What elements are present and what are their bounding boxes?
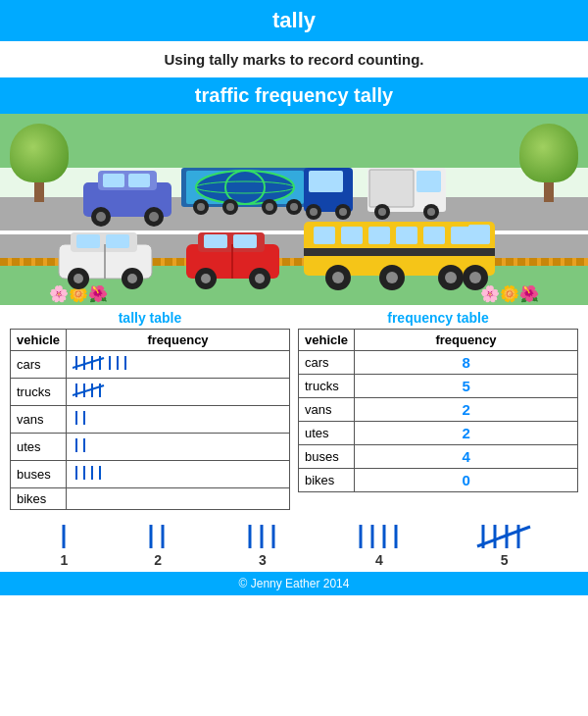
svg-point-65: [386, 272, 398, 283]
tally-mark-utes: [67, 434, 290, 461]
svg-point-5: [96, 212, 106, 222]
freq-vehicle-bikes: bikes: [299, 469, 355, 492]
svg-rect-60: [304, 248, 495, 256]
freq-vehicle-cars: cars: [299, 351, 355, 375]
table-row: vans 2: [299, 398, 578, 422]
svg-rect-3: [128, 174, 150, 187]
tally-vehicle-vans: vans: [11, 406, 67, 434]
tally-vehicle-trucks: trucks: [11, 379, 67, 406]
svg-rect-47: [233, 234, 257, 248]
svg-rect-61: [468, 225, 490, 244]
frequency-table-container: frequency table vehicle frequency cars 8…: [298, 310, 578, 510]
subtitle: Using tally marks to record counting.: [0, 41, 588, 77]
legend-item-4: 4: [353, 523, 406, 568]
svg-rect-37: [76, 234, 100, 248]
svg-rect-58: [423, 227, 445, 244]
table-row: bikes 0: [299, 469, 578, 492]
freq-vehicle-utes: utes: [299, 422, 355, 445]
table-row: trucks 5: [299, 375, 578, 398]
tally-vehicle-utes: utes: [11, 434, 67, 461]
legend-num-2: 2: [154, 552, 162, 568]
tally-mark-trucks: [67, 379, 290, 406]
table-row: cars: [11, 351, 290, 379]
svg-point-27: [339, 208, 347, 216]
tally-table-container: tally table vehicle frequency cars: [10, 310, 290, 510]
svg-point-41: [74, 274, 83, 283]
legend-num-5: 5: [501, 552, 509, 568]
svg-point-63: [332, 272, 344, 283]
legend-num-3: 3: [259, 552, 267, 568]
legend-num-4: 4: [375, 552, 383, 568]
tables-section: tally table vehicle frequency cars: [0, 305, 588, 515]
vehicles-illustration: [0, 158, 588, 295]
svg-point-17: [226, 203, 234, 211]
svg-point-52: [255, 274, 265, 283]
svg-rect-57: [396, 227, 417, 244]
freq-value-vans: 2: [355, 398, 578, 422]
svg-point-34: [427, 208, 435, 216]
table-row: vans: [11, 406, 290, 434]
table-row: utes: [11, 434, 290, 461]
svg-rect-46: [204, 234, 227, 248]
svg-line-105: [477, 527, 530, 546]
svg-rect-38: [106, 234, 129, 248]
svg-point-19: [266, 203, 273, 211]
tally-vehicle-buses: buses: [11, 461, 67, 488]
freq-col-frequency: frequency: [355, 330, 578, 351]
section-title: traffic frequency tally: [0, 77, 588, 114]
freq-value-cars: 8: [355, 351, 578, 375]
svg-point-21: [290, 203, 298, 211]
svg-rect-23: [309, 171, 343, 192]
tally-col-vehicle: vehicle: [11, 330, 67, 351]
tally-table: vehicle frequency cars: [10, 329, 290, 510]
tally-mark-cars: [67, 351, 290, 379]
svg-point-43: [127, 274, 137, 283]
table-row: trucks: [11, 379, 290, 406]
svg-point-32: [378, 208, 386, 216]
legend-num-1: 1: [60, 552, 68, 568]
svg-point-50: [201, 274, 211, 283]
main-title: tally: [0, 0, 588, 41]
svg-rect-29: [416, 171, 441, 192]
svg-rect-2: [103, 174, 124, 187]
legend-item-2: 2: [143, 523, 172, 568]
svg-point-15: [197, 203, 205, 211]
table-row: utes 2: [299, 422, 578, 445]
freq-value-bikes: 0: [355, 469, 578, 492]
tally-mark-buses: [67, 461, 290, 488]
freq-value-utes: 2: [355, 422, 578, 445]
frequency-table-title: frequency table: [298, 310, 578, 326]
table-row: cars 8: [299, 351, 578, 375]
freq-col-vehicle: vehicle: [299, 330, 355, 351]
table-row: buses: [11, 461, 290, 488]
legend-item-5: 5: [475, 523, 534, 568]
tally-vehicle-cars: cars: [11, 351, 67, 379]
svg-rect-55: [341, 227, 363, 244]
traffic-scene: 🌸🌼🌺 🌸🌼🌺: [0, 114, 588, 305]
tally-mark-bikes: [67, 488, 290, 510]
frequency-table: vehicle frequency cars 8 trucks 5 vans 2: [298, 329, 578, 492]
svg-point-7: [149, 212, 159, 222]
legend-item-1: 1: [54, 523, 74, 568]
freq-value-trucks: 5: [355, 375, 578, 398]
svg-point-67: [445, 272, 457, 283]
tally-col-frequency: frequency: [67, 330, 290, 351]
table-row: buses 4: [299, 445, 578, 469]
svg-point-25: [310, 208, 318, 216]
freq-vehicle-buses: buses: [299, 445, 355, 469]
freq-vehicle-trucks: trucks: [299, 375, 355, 398]
svg-rect-56: [368, 227, 390, 244]
svg-rect-30: [369, 170, 414, 207]
freq-vehicle-vans: vans: [299, 398, 355, 422]
tally-vehicle-bikes: bikes: [11, 488, 67, 510]
footer: © Jenny Eather 2014: [0, 572, 588, 595]
table-row: bikes: [11, 488, 290, 510]
tally-mark-vans: [67, 406, 290, 434]
tally-legend: 1 2 3 4 5: [0, 515, 588, 572]
svg-point-69: [469, 272, 481, 283]
freq-value-buses: 4: [355, 445, 578, 469]
svg-rect-54: [314, 227, 335, 244]
legend-item-3: 3: [242, 523, 283, 568]
tally-table-title: tally table: [10, 310, 290, 326]
